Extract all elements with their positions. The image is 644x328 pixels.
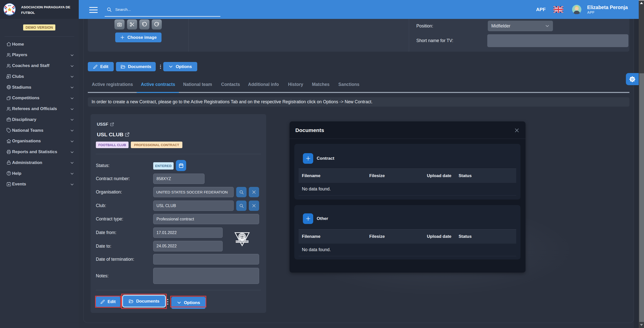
svg-text:ATHLETICO OLYMPIC: ATHLETICO OLYMPIC	[236, 241, 249, 242]
svg-text:APF: APF	[8, 5, 12, 7]
svg-text:PARAGUAY: PARAGUAY	[7, 14, 13, 15]
